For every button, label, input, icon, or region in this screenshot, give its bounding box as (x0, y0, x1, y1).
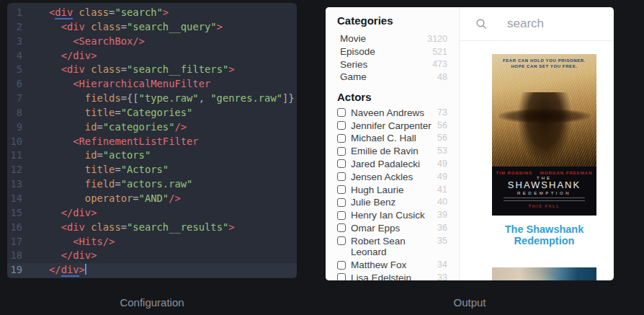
actor-checkbox[interactable] (337, 108, 346, 117)
actor-checkbox[interactable] (337, 121, 346, 130)
code-line[interactable]: 2 <div class="search__query"> (7, 20, 297, 35)
search-icon (475, 18, 488, 30)
actor-checkbox[interactable] (337, 261, 346, 270)
actor-checkbox[interactable] (337, 236, 346, 245)
facet-count: 3120 (427, 34, 447, 44)
movie-poster-partial (492, 267, 596, 280)
code-line[interactable]: 5 <div class="search__filters"> (7, 63, 297, 77)
facet-count: 56 (437, 120, 447, 130)
facet-label: Movie (340, 33, 366, 44)
facet-label: Episode (340, 46, 375, 57)
actor-facet-item[interactable]: Jennifer Carpenter56 (337, 120, 447, 133)
facet-label: Jensen Ackles (351, 172, 437, 183)
actor-facet-item[interactable]: Lisa Edelstein33 (337, 272, 447, 280)
actor-checkbox[interactable] (337, 273, 346, 280)
actor-checkbox[interactable] (337, 172, 346, 181)
facet-count: 41 (437, 185, 447, 195)
line-number: 19 (7, 263, 22, 278)
line-number: 8 (7, 106, 22, 120)
line-number: 15 (7, 206, 22, 221)
actor-facet-item[interactable]: Robert Sean Leonard35 (337, 235, 447, 259)
actor-facet-item[interactable]: Emilie de Ravin53 (337, 145, 447, 158)
actor-checkbox[interactable] (337, 159, 346, 168)
facet-count: 33 (437, 272, 447, 280)
search-input[interactable]: search (460, 7, 614, 41)
code-text: title="Categories" (49, 106, 192, 120)
code-line[interactable]: 18 </div> (7, 249, 297, 263)
code-text: <HierarchicalMenuFilter (49, 77, 210, 92)
facet-count: 53 (437, 146, 447, 156)
code-text: <RefinementListFilter (49, 135, 199, 149)
code-line[interactable]: 13 field="actors.raw" (7, 177, 297, 192)
actor-facet-item[interactable]: Hugh Laurie41 (337, 183, 447, 196)
code-line[interactable]: 1<div class="search"> (7, 6, 297, 20)
code-text: </div> (49, 206, 97, 221)
actor-facet-item[interactable]: Naveen Andrews73 (337, 107, 447, 120)
hit-title-link[interactable]: The Shawshank Redemption (492, 223, 596, 247)
facet-label: Emilie de Ravin (351, 146, 437, 157)
facet-count: 473 (432, 59, 447, 69)
actor-facet-item[interactable]: Jared Padalecki49 (337, 158, 447, 171)
code-editor[interactable]: 1<div class="search">2 <div class="searc… (7, 3, 297, 278)
code-line[interactable]: 12 title="Actors" (7, 163, 297, 177)
facet-label: Naveen Andrews (351, 107, 437, 119)
actor-checkbox[interactable] (337, 147, 346, 156)
line-number: 14 (7, 192, 22, 206)
category-facet-item[interactable]: Game48 (337, 71, 447, 84)
facet-label: Omar Epps (351, 223, 437, 234)
code-line[interactable]: 3 <SearchBox/> (7, 35, 297, 49)
hits-list: FEAR CAN HOLD YOU PRISONER. HOPE CAN SET… (460, 41, 614, 280)
code-line[interactable]: 6 <HierarchicalMenuFilter (7, 77, 297, 92)
facet-label: Lisa Edelstein (351, 272, 437, 280)
actor-checkbox[interactable] (337, 198, 346, 207)
code-line[interactable]: 10 <RefinementListFilter (7, 135, 297, 149)
code-line[interactable]: 16 <div class="search__results"> (7, 221, 297, 235)
facet-count: 521 (432, 47, 447, 57)
facet-label: Hugh Laurie (351, 185, 437, 196)
line-number: 5 (7, 63, 22, 77)
poster-tagline: FEAR CAN HOLD YOU PRISONER. HOPE CAN SET… (492, 58, 596, 69)
actor-checkbox[interactable] (337, 134, 346, 143)
search-placeholder: search (507, 17, 544, 31)
category-facet-item[interactable]: Series473 (337, 58, 447, 71)
code-text: <div class="search__filters"> (49, 63, 235, 77)
code-line[interactable]: 4 </div> (7, 49, 297, 63)
code-line[interactable]: 8 title="Categories" (7, 106, 297, 120)
line-number: 18 (7, 249, 22, 263)
search-ui-output: Categories Movie3120Episode521Series473G… (326, 7, 614, 280)
code-line[interactable]: 9 id="categories"/> (7, 120, 297, 135)
line-number: 11 (7, 148, 22, 163)
output-caption: Output (326, 296, 614, 309)
facet-label: Jennifer Carpenter (351, 120, 437, 132)
actor-facet-item[interactable]: Matthew Fox34 (337, 259, 447, 272)
line-number: 7 (7, 92, 22, 106)
code-line[interactable]: 7 fields={["type.raw", "genres.raw"]} (7, 92, 297, 106)
code-line[interactable]: 19</div> (7, 263, 297, 278)
code-text: <SearchBox/> (49, 35, 145, 49)
actor-checkbox[interactable] (337, 211, 346, 220)
actor-facet-item[interactable]: Henry Ian Cusick39 (337, 209, 447, 222)
category-facet-item[interactable]: Movie3120 (337, 32, 447, 45)
facet-label: Series (340, 59, 367, 70)
code-line[interactable]: 11 id="actors" (7, 148, 297, 163)
code-line[interactable]: 14 operator="AND"/> (7, 192, 297, 206)
actor-facet-item[interactable]: Jensen Ackles49 (337, 171, 447, 184)
actor-checkbox[interactable] (337, 185, 346, 194)
code-text: title="Actors" (49, 163, 169, 177)
code-line[interactable]: 17 <Hits/> (7, 235, 297, 249)
actors-facet-title: Actors (337, 91, 447, 104)
line-number: 1 (7, 6, 22, 20)
actor-facet-item[interactable]: Michael C. Hall56 (337, 132, 447, 145)
category-facet-item[interactable]: Episode521 (337, 45, 447, 58)
actor-facet-item[interactable]: Omar Epps36 (337, 222, 447, 235)
code-text: <div class="search__results"> (49, 221, 235, 235)
facet-label: Robert Sean Leonard (351, 236, 437, 258)
code-line[interactable]: 15 </div> (7, 206, 297, 221)
actors-facet-list: Naveen Andrews73Jennifer Carpenter56Mich… (337, 107, 447, 280)
actor-checkbox[interactable] (337, 223, 346, 232)
actor-facet-item[interactable]: Julie Benz40 (337, 196, 447, 209)
line-number: 10 (7, 135, 22, 149)
code-text: id="categories"/> (49, 120, 187, 135)
poster-title-band: TIM ROBBINS MORGAN FREEMAN THE SHAWSHANK… (492, 167, 596, 216)
facet-count: 49 (437, 172, 447, 182)
